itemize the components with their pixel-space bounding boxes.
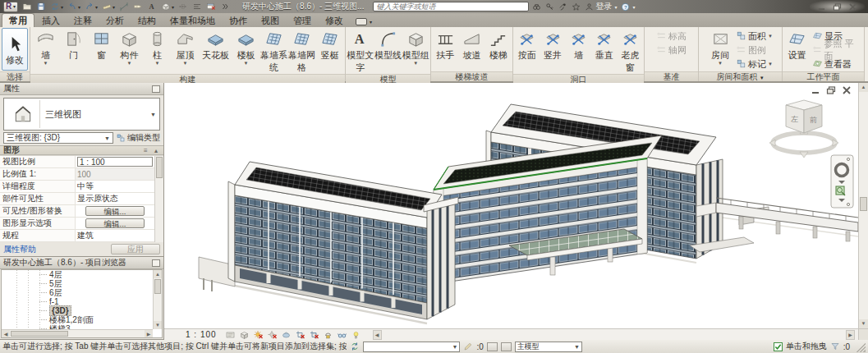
property-value[interactable]: 1 : 100 [77, 157, 153, 167]
ribbon-tool-floor[interactable]: 楼板▼ [232, 28, 260, 65]
qat-save-button[interactable] [34, 1, 48, 12]
maximize-button[interactable] [830, 2, 844, 11]
edit-type-button[interactable]: 编辑类型 [116, 132, 160, 144]
tab-插入[interactable]: 插入 [35, 14, 67, 27]
browser-item-{3D}[interactable]: {3D} [2, 306, 162, 315]
ribbon-tool-door[interactable]: 门 [60, 28, 88, 62]
properties-dock-icon[interactable] [152, 85, 160, 93]
browser-item-f-1[interactable]: f-1 [2, 297, 162, 306]
viewcube[interactable]: 左 前 [769, 100, 838, 158]
viewcube-front-label[interactable]: 前 [810, 116, 817, 124]
editable-requests-button[interactable] [463, 342, 473, 351]
qat-section-button[interactable] [177, 1, 190, 12]
ribbon-tool-roof[interactable]: 屋顶▼ [172, 28, 200, 65]
tree-vertical-scrollbar[interactable]: ▲ ▼ [153, 270, 162, 329]
qat-text-button[interactable] [145, 1, 158, 12]
viewcube-left-label[interactable]: 左 [791, 115, 798, 123]
ribbon-tool-curtain-system[interactable]: 幕墙系统 [260, 28, 288, 74]
type-selector[interactable]: 三维视图 ▼ [3, 98, 160, 131]
application-menu-button[interactable]: R▾ [3, 2, 18, 12]
ribbon-tool-curtain-grid[interactable]: 幕墙网格 [288, 28, 316, 74]
sun-path-button[interactable] [253, 330, 264, 340]
panel-label-工作平面[interactable]: 工作平面 [783, 71, 864, 81]
view-restore-icon[interactable] [826, 86, 836, 94]
tab-注释[interactable]: 注释 [67, 14, 99, 27]
tab-协作[interactable]: 协作 [223, 14, 254, 27]
qat-customize-qat-button[interactable] [218, 1, 232, 12]
qat-open-button[interactable] [21, 1, 34, 12]
view-close-icon[interactable] [842, 86, 852, 94]
qat-measure-button[interactable]: ▾ [100, 1, 117, 12]
scroll-right-icon[interactable]: ▶ [846, 330, 855, 340]
show-crop-region-button[interactable] [309, 330, 319, 340]
tab-视图[interactable]: 视图 [255, 14, 286, 27]
tab-常用[interactable]: 常用 [2, 13, 34, 27]
ribbon-tool-model-line[interactable]: 模型线 [374, 28, 402, 62]
ribbon-tool-model-text[interactable]: 模型文字 [347, 28, 374, 74]
scroll-left-icon[interactable]: ◀ [2, 330, 10, 337]
qat-default-3d-view-button[interactable]: ▾ [159, 1, 176, 12]
ribbon-tool-set-work-plane[interactable]: 设置 [783, 28, 811, 62]
ribbon-tool-opening-by-face[interactable]: 按面 [514, 28, 540, 62]
close-button[interactable] [846, 2, 860, 11]
qat-thin-lines-button[interactable] [191, 1, 204, 12]
left-wing[interactable] [199, 162, 458, 319]
scroll-right-icon[interactable]: ▶ [145, 330, 153, 337]
infocenter-sign-in-button[interactable]: 登录▾ [585, 1, 617, 12]
shadows-button[interactable] [267, 330, 278, 340]
infocenter-help-button[interactable]: ▾ [621, 2, 635, 11]
zoom-icon[interactable] [836, 186, 845, 195]
press-drag-checkbox[interactable] [774, 342, 783, 351]
tree-horizontal-scrollbar[interactable]: ◀ ▶ [2, 329, 153, 337]
ribbon-tool-room-tag[interactable]: 标记▼ [734, 57, 774, 71]
ribbon-tool-area[interactable]: 面积▼ [734, 29, 774, 43]
workset-display-button[interactable] [487, 342, 498, 351]
worksets-button[interactable] [350, 342, 360, 351]
minimize-button[interactable] [815, 2, 829, 11]
crop-view-button[interactable] [295, 330, 305, 340]
design-option-select[interactable]: 主模型▼ [515, 342, 582, 352]
panel-label-选择[interactable]: 选择 [0, 71, 30, 81]
browser-item-6层[interactable]: 6层 [2, 288, 162, 297]
panel-label-楼梯坡道[interactable]: 楼梯坡道 [431, 71, 512, 81]
view-canvas[interactable]: 左 前 [164, 83, 858, 328]
ribbon-tool-mullion[interactable]: 竖梃 [316, 28, 344, 62]
scroll-up-icon[interactable]: ▲ [154, 270, 162, 278]
tab-结构[interactable]: 结构 [131, 14, 163, 27]
ribbon-tool-room[interactable]: 房间▼ [706, 28, 734, 65]
ribbon-tool-wall[interactable]: 墙▼ [32, 28, 60, 65]
properties-scrollbar[interactable] [154, 156, 163, 242]
scrollbar-track[interactable] [859, 92, 868, 319]
scrollbar-thumb[interactable] [11, 331, 68, 337]
qat-undo-button[interactable]: ▾ [66, 1, 82, 12]
selection-filter-button[interactable] [830, 342, 840, 351]
scroll-up-icon[interactable]: ▲ [859, 83, 868, 92]
tab-管理[interactable]: 管理 [287, 14, 318, 27]
visual-style-button[interactable] [239, 330, 250, 340]
middle-wing[interactable] [434, 135, 662, 284]
ribbon-tool-wall-opening[interactable]: 墙 [566, 28, 591, 62]
panel-label-基准[interactable]: 基准 [645, 71, 698, 81]
project-browser-dock-icon[interactable] [152, 259, 160, 267]
view-scale-button[interactable]: 1 : 100 [186, 330, 217, 339]
ribbon-tool-shaft[interactable]: 竖井 [540, 28, 565, 62]
ribbon-tool-modify[interactable]: 修改 [2, 28, 28, 71]
properties-help-link[interactable]: 属性帮助 [3, 244, 36, 255]
ribbon-display-toggle[interactable]: ▾ [356, 18, 372, 25]
ribbon-tool-dormer[interactable]: 老虎窗 [618, 28, 643, 74]
ribbon-tool-ramp[interactable]: 坡道 [458, 28, 485, 62]
infocenter-communication-center-button[interactable] [558, 2, 567, 11]
scroll-left-icon[interactable]: ◀ [373, 330, 382, 340]
edit-button[interactable]: 编辑... [85, 218, 145, 228]
browser-item-楼梯1,2剖面[interactable]: 楼梯1,2剖面 [2, 315, 162, 324]
resize-grip[interactable] [855, 342, 866, 352]
qat-close-hidden-windows-button[interactable] [204, 1, 218, 12]
scroll-down-icon[interactable]: ▼ [154, 321, 162, 329]
qat-sync-with-central-button[interactable]: ▾ [48, 1, 65, 12]
design-options-button[interactable] [501, 342, 512, 351]
ribbon-tool-ceiling[interactable]: 天花板 [200, 28, 232, 62]
navigation-bar[interactable] [831, 155, 853, 208]
reveal-hidden-elements-button[interactable] [351, 330, 361, 340]
tab-分析[interactable]: 分析 [99, 14, 131, 27]
infocenter-favorites-button[interactable] [572, 2, 581, 11]
